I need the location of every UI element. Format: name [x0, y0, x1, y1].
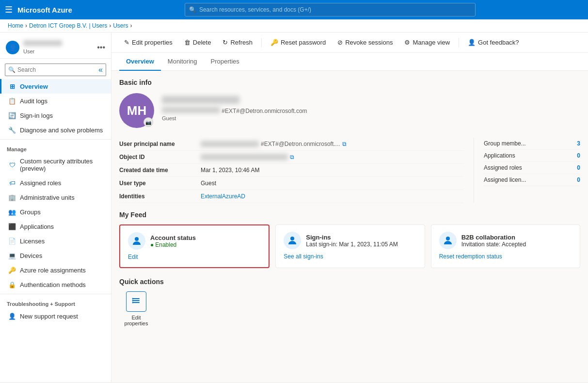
devices-icon: 💻 — [8, 252, 16, 259]
assigned-licenses-count[interactable]: 0 — [577, 176, 580, 183]
sidebar-item-overview[interactable]: ⊞ Overview — [0, 79, 111, 94]
feedback-icon: 👤 — [468, 39, 476, 46]
manage-view-button[interactable]: ⚙ Manage view — [399, 36, 455, 48]
group-members-count[interactable]: 3 — [577, 140, 580, 147]
svg-rect-3 — [133, 300, 140, 301]
tab-monitoring[interactable]: Monitoring — [161, 53, 204, 71]
refresh-icon: ↻ — [222, 39, 228, 46]
groups-icon: 👥 — [8, 208, 16, 216]
sidebar-search-box[interactable]: 🔍 « — [5, 64, 106, 76]
sidebar-item-azure-role[interactable]: 🔑 Azure role assignments — [0, 263, 111, 277]
global-search[interactable]: 🔍 — [185, 3, 476, 16]
manage-view-icon: ⚙ — [404, 39, 410, 46]
my-feed-title: My Feed — [119, 211, 580, 219]
sign-ins-subtitle: Last sign-in: Mar 1, 2023, 11:05 AM — [306, 241, 397, 248]
see-all-sign-ins-link[interactable]: See all sign-ins — [284, 253, 416, 260]
quick-action-edit-properties[interactable]: Edit properties — [119, 291, 153, 326]
basic-info-title: Basic info — [119, 79, 580, 86]
avatar-initials: MH — [127, 103, 146, 118]
hamburger-icon[interactable]: ☰ — [5, 4, 13, 15]
upn-copy-icon[interactable]: ⧉ — [342, 141, 347, 147]
audit-logs-icon: 📋 — [8, 97, 16, 105]
sidebar-item-audit-logs[interactable]: 📋 Audit logs — [0, 94, 111, 108]
svg-point-1 — [290, 237, 294, 240]
auth-methods-icon: 🔒 — [8, 281, 16, 288]
user-display-name — [162, 96, 307, 105]
applications-count-row: Applications 0 — [484, 150, 580, 162]
sidebar-more-icon[interactable]: ••• — [97, 43, 105, 52]
breadcrumb-users[interactable]: Users — [113, 22, 128, 29]
delete-icon: 🗑 — [184, 39, 191, 46]
sidebar-item-devices[interactable]: 💻 Devices — [0, 248, 111, 263]
sign-in-icon: 🔄 — [8, 112, 16, 119]
sidebar-manage-nav: 🛡 Custom security attributes (preview) 🏷… — [0, 154, 111, 292]
delete-button[interactable]: 🗑 Delete — [179, 36, 216, 48]
edit-icon: ✎ — [124, 39, 129, 46]
account-status-icon — [128, 232, 145, 250]
tab-overview[interactable]: Overview — [119, 53, 161, 71]
sidebar-item-diagnose[interactable]: 🔧 Diagnose and solve problems — [0, 123, 111, 137]
sidebar-item-sign-in-logs[interactable]: 🔄 Sign-in logs — [0, 108, 111, 123]
edit-properties-button[interactable]: ✎ Edit properties — [119, 36, 177, 48]
reset-password-button[interactable]: 🔑 Reset password — [266, 36, 331, 48]
b2b-subtitle: Invitation state: Accepted — [461, 241, 526, 248]
b2b-title: B2B collaboration — [461, 234, 526, 241]
object-id-copy-icon[interactable]: ⧉ — [290, 154, 294, 160]
sign-ins-title: Sign-ins — [306, 234, 397, 241]
quick-action-edit-icon — [126, 291, 146, 312]
svg-point-6 — [132, 302, 134, 303]
revoke-sessions-button[interactable]: ⊘ Revoke sessions — [333, 36, 397, 48]
sidebar-collapse-icon[interactable]: « — [98, 65, 103, 74]
created-date-row: Created date time Mar 1, 2023, 10:46 AM — [119, 164, 464, 177]
toolbar-divider-1 — [261, 38, 262, 48]
assigned-licenses-count-row: Assigned licen... 0 — [484, 174, 580, 186]
svg-point-0 — [135, 237, 139, 241]
breadcrumb-tenant[interactable]: Detron ICT Groep B.V. | Users — [29, 22, 107, 29]
user-type-row: User type Guest — [119, 177, 464, 190]
breadcrumb-home[interactable]: Home — [8, 22, 23, 29]
group-members-row: Group membe... 3 — [484, 138, 580, 150]
account-status-edit-link[interactable]: Edit — [128, 254, 261, 260]
sign-ins-icon — [284, 232, 301, 249]
sidebar-item-applications[interactable]: ⬛ Applications — [0, 219, 111, 234]
sidebar-search-icon: 🔍 — [8, 66, 16, 73]
assigned-roles-icon: 🏷 — [8, 179, 16, 187]
identities-link[interactable]: ExternalAzureAD — [201, 193, 245, 200]
refresh-button[interactable]: ↻ Refresh — [218, 36, 257, 48]
revoke-icon: ⊘ — [337, 39, 343, 46]
quick-action-edit-label: Edit properties — [119, 315, 153, 326]
applications-count[interactable]: 0 — [577, 152, 580, 159]
sidebar-user-name — [23, 40, 62, 46]
user-email: #EXT#@Detron.onmicrosoft.com — [162, 107, 307, 114]
sidebar: 👤 User ••• 🔍 « ⊞ Overview 📋 Audit logs — [0, 32, 111, 382]
breadcrumb: Home › Detron ICT Groep B.V. | Users › U… — [0, 19, 588, 32]
overview-icon: ⊞ — [8, 82, 16, 90]
main-content: ✎ Edit properties 🗑 Delete ↻ Refresh 🔑 R… — [111, 32, 588, 382]
tab-bar: Overview Monitoring Properties — [111, 53, 588, 71]
sidebar-search-wrap: 🔍 « — [0, 61, 111, 79]
toolbar-divider-2 — [459, 38, 459, 48]
counts-panel: Group membe... 3 Applications 0 Assigned… — [474, 138, 580, 203]
avatar-camera-icon[interactable]: 📷 — [143, 117, 153, 127]
assigned-roles-count[interactable]: 0 — [577, 164, 580, 171]
b2b-icon — [439, 232, 457, 249]
sidebar-item-assigned-roles[interactable]: 🏷 Assigned roles — [0, 176, 111, 190]
main-layout: 👤 User ••• 🔍 « ⊞ Overview 📋 Audit logs — [0, 32, 588, 382]
azure-role-icon: 🔑 — [8, 266, 16, 274]
sidebar-item-licenses[interactable]: 📄 Licenses — [0, 234, 111, 248]
sidebar-user-role: User — [23, 48, 62, 54]
sidebar-item-admin-units[interactable]: 🏢 Administrative units — [0, 190, 111, 205]
reset-password-icon: 🔑 — [270, 39, 278, 46]
global-search-input[interactable] — [199, 6, 471, 13]
sidebar-item-auth-methods[interactable]: 🔒 Authentication methods — [0, 277, 111, 292]
sidebar-item-new-support[interactable]: 👤 New support request — [0, 309, 111, 323]
sidebar-item-custom-security[interactable]: 🛡 Custom security attributes (preview) — [0, 154, 111, 176]
account-status-card: Account status ● Enabled Edit — [119, 224, 270, 268]
sidebar-search-input[interactable] — [17, 66, 80, 73]
overview-content: Basic info MH 📷 #EXT#@Detron.onmicrosoft… — [111, 71, 588, 334]
tab-properties[interactable]: Properties — [204, 53, 246, 71]
reset-redemption-link[interactable]: Reset redemption status — [439, 253, 572, 260]
feedback-button[interactable]: 👤 Got feedback? — [463, 36, 524, 48]
sidebar-item-groups[interactable]: 👥 Groups — [0, 205, 111, 219]
user-name-info: #EXT#@Detron.onmicrosoft.com Guest — [162, 93, 307, 121]
